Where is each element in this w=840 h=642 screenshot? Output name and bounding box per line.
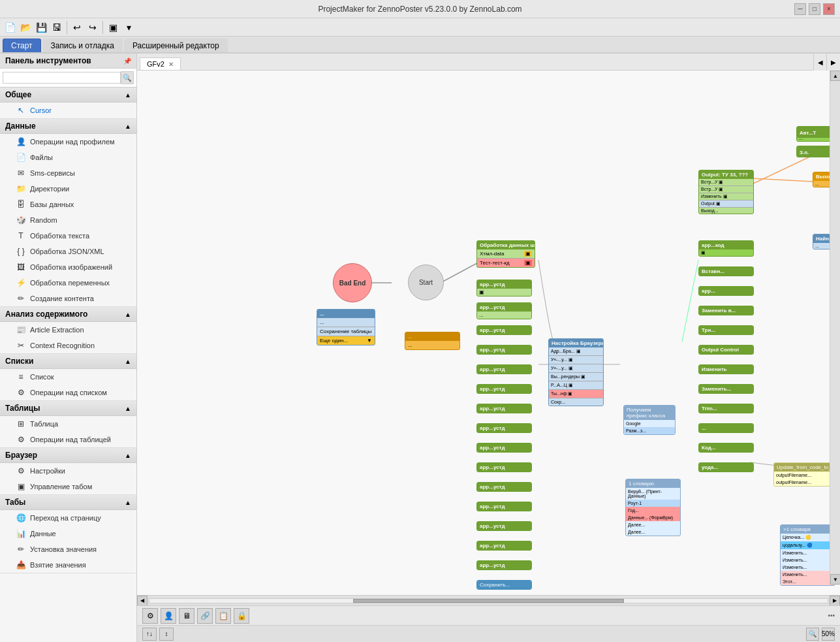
bottom-btn-4[interactable]: 🔗: [197, 608, 213, 624]
node-prefix[interactable]: Получаем префикс класса Google Разм...з.…: [623, 405, 676, 435]
more-btn[interactable]: •••: [828, 612, 835, 619]
sidebar-item-vars[interactable]: ⚡ Обработка переменных: [0, 275, 136, 291]
save2-icon[interactable]: 🖫: [50, 20, 64, 35]
sidebar-item-image[interactable]: 🖼 Обработка изображений: [0, 259, 136, 275]
down-arrow-icon[interactable]: ▾: [121, 20, 136, 35]
node-seq-last[interactable]: Сохранить...: [476, 580, 532, 590]
node-template-data[interactable]: Обработка данных шаблона Хтмл-data ▣ Тес…: [476, 240, 535, 268]
node-seq-8[interactable]: арр...устд: [476, 423, 532, 433]
search-button[interactable]: 🔍: [121, 71, 134, 84]
sidebar-item-getval[interactable]: 📥 Взятие значения: [0, 557, 136, 573]
section-tabs-header[interactable]: Табы ▲: [0, 495, 136, 510]
node-seq-5[interactable]: арр...устд: [476, 364, 532, 374]
tab-record[interactable]: Запись и отладка: [42, 39, 123, 52]
node-r8[interactable]: Изменить: [698, 364, 754, 374]
scrollbar-thumb[interactable]: [353, 599, 625, 603]
bottom-btn-3[interactable]: 🖥: [179, 608, 194, 624]
zoom-out-btn[interactable]: 🔍: [806, 628, 819, 641]
node-seq-1[interactable]: арр...устд ▣: [476, 280, 532, 297]
node-right-1[interactable]: Output: ТУ 33, ??? Встр...У ▣ Встр...У ▣…: [698, 170, 754, 214]
sidebar-item-listop[interactable]: ⚙ Операции над списком: [0, 385, 136, 400]
tab-advanced[interactable]: Расширенный редактор: [124, 39, 228, 52]
sidebar-item-tabdata[interactable]: 📊 Данные: [0, 526, 136, 541]
node-r13[interactable]: уода...: [698, 462, 754, 472]
vertical-scrollbar[interactable]: ▲ ▼: [830, 71, 840, 585]
node-seq-7[interactable]: арр...устд: [476, 404, 532, 413]
zoom-level-btn[interactable]: 50%: [822, 628, 835, 641]
node-seq-12[interactable]: арр...устд: [476, 502, 532, 511]
node-r2[interactable]: арр...код ▣: [698, 240, 754, 257]
scroll-right-btn[interactable]: ▶: [830, 596, 840, 606]
node-r6[interactable]: Три...: [698, 325, 754, 335]
scroll-up-btn[interactable]: ▲: [830, 71, 840, 81]
node-orange-1[interactable]: ... ...: [405, 332, 460, 350]
canvas-tab-gfv2[interactable]: GFv2 ✕: [140, 57, 181, 70]
node-seq-13[interactable]: арр...устд: [476, 521, 532, 531]
node-seq-9[interactable]: арр...устд: [476, 443, 532, 453]
section-general-header[interactable]: Общее ▲: [0, 88, 136, 103]
node-r11[interactable]: ...: [698, 423, 754, 433]
section-analysis-header[interactable]: Анализ содержимого ▲: [0, 307, 136, 322]
sidebar-item-files[interactable]: 📄 Файлы: [0, 150, 136, 165]
canvas-workspace[interactable]: ▲ ▼: [137, 71, 840, 595]
node-seq-4[interactable]: арр...устд: [476, 345, 532, 355]
node-r4[interactable]: арр...: [698, 286, 754, 296]
tab-start[interactable]: Старт: [3, 39, 41, 52]
node-browser-settings[interactable]: Настройка Браузера Адр...Бра... ▣ У«-...…: [548, 338, 604, 406]
sidebar-item-dir[interactable]: 📁 Директории: [0, 181, 136, 197]
sidebar-item-json[interactable]: { } Обработка JSON/XML: [0, 244, 136, 259]
new-icon[interactable]: 📄: [3, 20, 17, 35]
node-seq-14[interactable]: арр...устд: [476, 541, 532, 551]
sidebar-item-sms[interactable]: ✉ Sms-сервисы: [0, 165, 136, 181]
sidebar-item-cursor[interactable]: ↖ Cursor: [0, 103, 136, 118]
sidebar-item-content[interactable]: ✏ Создание контента: [0, 291, 136, 306]
node-bad-end[interactable]: Bad End: [333, 263, 372, 302]
node-seq-15[interactable]: арр...устд: [476, 560, 532, 570]
node-dict-many[interactable]: >1 словаря Цепочка... 🟡 цодальзу... 🔵 Из…: [780, 524, 835, 586]
sidebar-item-context[interactable]: ✂ Context Recognition: [0, 338, 136, 353]
section-tables-header[interactable]: Таблицы ▲: [0, 401, 136, 416]
sidebar-item-tabmgr[interactable]: ▣ Управление табом: [0, 479, 136, 494]
sidebar-item-profile[interactable]: 👤 Операции над профилем: [0, 134, 136, 150]
sidebar-pin-icon[interactable]: 📌: [123, 57, 131, 65]
node-start[interactable]: Start: [408, 265, 444, 300]
node-seq-3[interactable]: арр...устд: [476, 325, 532, 335]
open-icon[interactable]: 📂: [18, 20, 33, 35]
sidebar-item-random[interactable]: 🎲 Random: [0, 212, 136, 228]
bottom-btn-5[interactable]: 📋: [215, 608, 231, 624]
section-lists-header[interactable]: Списки ▲: [0, 354, 136, 369]
node-r5[interactable]: Заменить в...: [698, 306, 754, 315]
section-data-header[interactable]: Данные ▲: [0, 119, 136, 134]
bottom-btn-2[interactable]: 👤: [161, 608, 176, 624]
view-icon[interactable]: ▣: [106, 20, 120, 35]
sidebar-item-text[interactable]: T Обработка текста: [0, 228, 136, 244]
sidebar-item-navigate[interactable]: 🌐 Переход на страницу: [0, 510, 136, 526]
node-r7[interactable]: Output Control: [698, 345, 754, 355]
node-r3[interactable]: Вставн...: [698, 266, 754, 276]
close-button[interactable]: ×: [823, 3, 835, 15]
node-blue-1[interactable]: ... ... Сохранение таблицы Еще один... ▼: [317, 309, 375, 345]
search-input[interactable]: [3, 72, 121, 84]
minimize-button[interactable]: ─: [794, 3, 806, 15]
sidebar-item-table[interactable]: ⊞ Таблица: [0, 416, 136, 432]
node-seq-2[interactable]: арр...устд ...: [476, 302, 532, 319]
node-seq-10[interactable]: арр...устд: [476, 462, 532, 472]
node-seq-11[interactable]: арр...устд: [476, 482, 532, 492]
redo-icon[interactable]: ↪: [86, 20, 100, 35]
bottom-btn-6[interactable]: 🔒: [234, 608, 249, 624]
node-r12[interactable]: Код...: [698, 443, 754, 453]
scrollbar-track[interactable]: [149, 598, 828, 603]
save-icon[interactable]: 💾: [34, 20, 48, 35]
sidebar-item-list[interactable]: ≡ Список: [0, 369, 136, 385]
scroll-down-btn[interactable]: ▼: [830, 574, 840, 585]
node-dict-1[interactable]: 1 словарю Веруй... (Принт-Данные) Роут-1…: [625, 479, 681, 536]
horizontal-scrollbar[interactable]: ◀ ▶: [137, 595, 840, 605]
canvas-tab-close[interactable]: ✕: [168, 61, 174, 68]
sidebar-item-setval[interactable]: ✏ Установка значения: [0, 541, 136, 557]
nav-down-icon[interactable]: ↕: [159, 628, 174, 641]
maximize-button[interactable]: □: [809, 3, 820, 15]
undo-icon[interactable]: ↩: [70, 20, 84, 35]
bottom-btn-1[interactable]: ⚙: [142, 608, 158, 624]
canvas-next-btn[interactable]: ▶: [827, 54, 840, 71]
sidebar-item-settings[interactable]: ⚙ Настройки: [0, 463, 136, 479]
